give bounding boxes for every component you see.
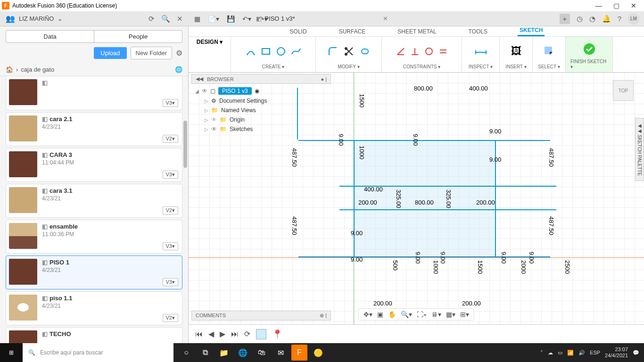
browser-node[interactable]: ▷⚙Document Settings <box>191 96 331 106</box>
timeline-next[interactable]: ⏭ <box>231 330 239 338</box>
timeline-end[interactable]: ⟳ <box>244 329 250 338</box>
dim[interactable]: 200.00 <box>373 300 392 307</box>
wifi-icon[interactable]: 📶 <box>567 350 574 356</box>
dim[interactable]: 9.00 <box>351 230 363 237</box>
version-badge[interactable]: V2▾ <box>163 314 178 322</box>
user-menu-chevron[interactable]: ⌄ <box>58 15 63 22</box>
comments-panel[interactable]: COMMENTS⊕ | <box>191 311 331 321</box>
dim[interactable]: 325.00 <box>395 189 402 208</box>
clock[interactable]: 23:0724/4/2021 <box>605 346 628 359</box>
chrome-icon[interactable]: 🟡 <box>310 345 326 361</box>
version-badge[interactable]: V3▾ <box>163 171 178 179</box>
data-tab[interactable]: Data <box>6 31 94 42</box>
window-maximize[interactable]: ▢ <box>613 2 619 9</box>
browser-pin-icon[interactable]: ● | <box>321 76 327 82</box>
timeline-sketch-feature[interactable] <box>256 329 266 339</box>
browser-root[interactable]: ◢👁▢ PISO 1 v3◉ <box>191 86 331 96</box>
timeline-start[interactable]: ⏮ <box>195 330 203 338</box>
select-group-label[interactable]: SELECT ▾ <box>538 64 560 70</box>
dim[interactable]: 200.00 <box>476 199 495 206</box>
new-folder-button[interactable]: New Folder <box>131 47 172 59</box>
finish-sketch-icon[interactable] <box>582 42 596 56</box>
apps-grid-icon[interactable]: ▦ <box>194 15 200 23</box>
design-card[interactable]: ◧piso 1.1 4/23/21 V2▾ <box>6 291 182 325</box>
breadcrumb-folder[interactable]: caja de gato <box>21 66 54 73</box>
tray-chevron-icon[interactable]: ˄ <box>540 350 543 356</box>
save-icon[interactable]: 💾 <box>227 15 235 23</box>
edge-icon[interactable]: 🌐 <box>235 345 251 361</box>
user-name[interactable]: LIZ MARIÑO <box>19 15 54 22</box>
modify-group-label[interactable]: MODIFY ▾ <box>338 64 359 70</box>
help-icon[interactable]: ? <box>618 15 621 23</box>
design-card[interactable]: ◧cara 3.1 4/23/21 V2▾ <box>6 184 182 218</box>
tab-close-icon[interactable]: ✕ <box>383 15 388 22</box>
offset-tool-icon[interactable] <box>359 46 371 57</box>
fillet-tool-icon[interactable] <box>327 46 339 57</box>
grid-settings-icon[interactable]: ▦▾ <box>446 311 455 318</box>
search-icon[interactable]: 🔍 <box>161 15 170 23</box>
dim[interactable]: 487.50 <box>548 216 555 235</box>
dim[interactable]: 800.00 <box>415 199 434 206</box>
team-icon[interactable]: 👥 <box>6 14 15 23</box>
taskbar-search[interactable]: 🔍 Escribe aquí para buscar <box>23 343 173 362</box>
panel-close-icon[interactable]: ✕ <box>177 15 183 23</box>
volume-icon[interactable]: 🔊 <box>578 350 585 356</box>
onedrive-icon[interactable]: ☁ <box>548 350 553 356</box>
dim[interactable]: 9.00 <box>528 252 535 263</box>
sketch-line[interactable] <box>298 256 550 257</box>
cortana-icon[interactable]: ○ <box>178 345 194 361</box>
pan-icon[interactable]: ✋ <box>388 311 396 318</box>
dim[interactable]: 325.00 <box>445 189 452 208</box>
dim[interactable]: 1500 <box>477 260 484 274</box>
finish-sketch-label[interactable]: FINISH SKETCH ▾ <box>570 59 608 70</box>
globe-icon[interactable]: 🌐 <box>175 66 182 73</box>
dim[interactable]: 487.50 <box>548 148 555 167</box>
version-badge[interactable]: V2▾ <box>163 135 178 143</box>
browser-node[interactable]: ▷📁Named Views <box>191 106 331 115</box>
upload-button[interactable]: Upload <box>94 47 126 59</box>
equal-constraint-icon[interactable] <box>438 46 448 57</box>
action-center-icon[interactable]: 💬 <box>633 350 639 356</box>
ribbon-tab-solid[interactable]: SOLID <box>288 27 309 36</box>
fusion-taskbar-icon[interactable]: F <box>291 345 307 361</box>
store-icon[interactable]: 🛍 <box>254 345 270 361</box>
display-icon[interactable]: 🖥▾ <box>431 311 441 318</box>
design-card[interactable]: ◧ensamble 11:00:36 PM V3▾ <box>6 220 182 254</box>
dim[interactable]: 9.00 <box>489 156 501 163</box>
ribbon-tab-sheet metal[interactable]: SHEET METAL <box>396 27 438 36</box>
design-card[interactable]: ◧ V3▾ <box>6 76 182 110</box>
spline-tool-icon[interactable] <box>290 46 302 57</box>
dim[interactable]: 400.00 <box>469 85 488 92</box>
ribbon-tab-tools[interactable]: TOOLS <box>467 27 489 36</box>
extensions-icon[interactable]: ◷ <box>577 15 583 23</box>
sketch-line[interactable] <box>298 140 550 141</box>
user-avatar[interactable]: LM <box>628 13 639 25</box>
design-card[interactable]: ◧CARA 3 11:04:44 PM V3▾ <box>6 148 182 182</box>
language-indicator[interactable]: ESP <box>590 350 600 355</box>
constraints-group-label[interactable]: CONSTRAINTS ▾ <box>403 64 440 70</box>
dim[interactable]: 400.00 <box>364 186 383 193</box>
battery-icon[interactable]: ▭ <box>558 350 562 356</box>
refresh-icon[interactable]: ⟳ <box>149 15 155 23</box>
dim[interactable]: 9.00 <box>414 252 421 263</box>
dim[interactable]: 487.50 <box>291 216 298 235</box>
dim[interactable]: 1000 <box>432 260 439 274</box>
dim[interactable]: 1000 <box>358 146 365 159</box>
horizontal-constraint-icon[interactable] <box>396 46 406 57</box>
trim-tool-icon[interactable] <box>342 45 355 58</box>
orbit-icon[interactable]: ✥▾ <box>363 311 372 318</box>
design-card[interactable]: ◧cara 2.1 4/23/21 V2▾ <box>6 112 182 146</box>
dim[interactable]: 487.50 <box>291 148 298 167</box>
scrollbar-thumb[interactable] <box>183 121 187 168</box>
explorer-icon[interactable]: 📁 <box>216 345 232 361</box>
dim[interactable]: 9.00 <box>500 252 507 263</box>
collapse-icon[interactable]: ◀◀ <box>196 76 203 82</box>
insert-image-icon[interactable]: 🖼 <box>511 45 521 58</box>
dim[interactable]: 9.00 <box>351 256 363 263</box>
design-card[interactable]: ◧PISO 1 4/23/21 V3▾ <box>6 255 182 289</box>
window-minimize[interactable]: — <box>595 2 602 9</box>
new-tab-icon[interactable]: + <box>560 14 570 24</box>
taskview-icon[interactable]: ⧉ <box>197 345 213 361</box>
notification-icon[interactable]: 🔔 <box>602 15 611 23</box>
dim[interactable]: 500 <box>392 260 399 271</box>
